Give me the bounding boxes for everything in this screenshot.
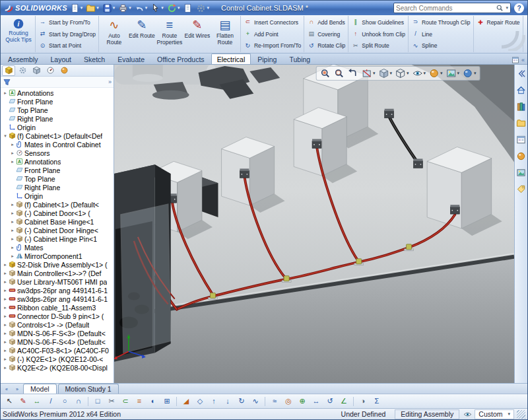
zoom-to-area-button[interactable] xyxy=(333,67,346,79)
line-tool[interactable]: / xyxy=(45,396,57,407)
reimport-fromto-button[interactable]: ↻Re-Import From/To xyxy=(242,40,302,52)
rebuild-button[interactable]: ▾ xyxy=(166,2,182,14)
expand-arrow-icon[interactable]: ▸ xyxy=(9,159,16,164)
spline-button[interactable]: ∿Spline xyxy=(410,40,472,52)
expand-arrow-icon[interactable]: ▸ xyxy=(2,357,9,362)
tree-item[interactable]: Top Plane xyxy=(1,174,114,183)
custom-properties-tab[interactable] xyxy=(515,183,527,195)
tree-item[interactable]: ▸(-) Cabinet Door<1> ( xyxy=(1,209,114,217)
edit-appearance-button[interactable]: ▾ xyxy=(428,67,444,79)
tab-tubing[interactable]: Tubing xyxy=(283,53,316,64)
tree-item[interactable]: Origin xyxy=(1,123,114,131)
mirror-entities-tool[interactable]: ◐ xyxy=(147,396,159,407)
expand-arrow-icon[interactable]: ▸ xyxy=(9,236,16,242)
file-explorer-tab[interactable] xyxy=(515,117,527,129)
tab-electrical[interactable]: Electrical xyxy=(211,53,251,64)
shell-tool[interactable]: ◎ xyxy=(282,396,294,407)
tree-item[interactable]: ▸Connector D-Sub 9 pin<1> ( xyxy=(1,312,114,320)
unhook-from-clip-button[interactable]: ↑Unhook from Clip xyxy=(350,28,407,40)
tab-scroll-left[interactable]: « xyxy=(2,385,11,394)
start-by-fromto-button[interactable]: →Start by From/To xyxy=(37,17,97,28)
expand-arrow-icon[interactable]: ▸ xyxy=(9,219,16,225)
help-button[interactable]: ? xyxy=(514,3,524,13)
tree-item[interactable]: ▸MirrorComponent1 xyxy=(1,252,114,260)
start-at-point-button[interactable]: ⊙Start at Point xyxy=(37,40,97,52)
split-route-button[interactable]: ✂Split Route xyxy=(350,40,407,52)
configurationmanager-tab[interactable] xyxy=(30,65,43,76)
tree-item[interactable]: ▸User Library-MT506T HMI pa xyxy=(1,277,114,286)
appearances-tab[interactable] xyxy=(515,150,527,162)
print-button[interactable]: ▾ xyxy=(117,2,133,14)
tree-item[interactable]: ▸sw3dps-26pr ang 449141-6-1 xyxy=(1,295,114,303)
cable-connector[interactable] xyxy=(312,139,321,149)
revolve-tool[interactable]: ↻ xyxy=(236,396,248,407)
apply-scene-button[interactable]: ▾ xyxy=(445,67,461,79)
edit-route-button[interactable]: ✎Edit Route xyxy=(128,17,156,52)
tree-item[interactable]: ▸Sensors xyxy=(1,149,114,157)
expand-arrow-icon[interactable]: ▸ xyxy=(9,202,16,207)
view-settings-button[interactable]: ▾ xyxy=(461,67,478,79)
rotate-component-tool[interactable]: ↺ xyxy=(324,396,336,407)
tab-layout[interactable]: Layout xyxy=(45,53,78,64)
view-orientation-button[interactable]: ▾ xyxy=(377,67,393,79)
custom-dropdown[interactable]: Custom ▾ xyxy=(475,409,514,419)
move-component-tool[interactable]: ↔ xyxy=(310,396,322,407)
edit-wires-button[interactable]: ✎Edit Wires xyxy=(183,17,211,52)
tree-item[interactable]: ▸MDN-S-06-F-S<3> (Default< xyxy=(1,329,114,337)
expand-arrow-icon[interactable]: ▸ xyxy=(9,228,16,233)
new-document-button[interactable]: ▾ xyxy=(69,2,84,14)
expand-arrow-icon[interactable]: ▸ xyxy=(9,245,16,250)
cable-connector[interactable] xyxy=(450,205,459,214)
tree-item[interactable]: Front Plane xyxy=(1,97,114,106)
trim-entities-tool[interactable]: ✂ xyxy=(106,396,117,407)
model-tab-model[interactable]: Model xyxy=(23,384,57,394)
sweep-tool[interactable]: ∿ xyxy=(249,396,261,407)
tree-item[interactable]: Origin xyxy=(1,192,114,200)
tree-item[interactable]: ▸(-) Cabinet Hinge Pin<1 xyxy=(1,234,114,243)
smart-dimension-tool[interactable]: ↔ xyxy=(31,396,43,407)
featuremanager-tab[interactable] xyxy=(2,65,15,76)
tree-item[interactable]: ▸Mates in Control Cabinet xyxy=(1,140,114,149)
file-properties-button[interactable] xyxy=(182,2,194,14)
expand-arrow-icon[interactable]: ▸ xyxy=(9,211,16,216)
chevron-down-icon[interactable]: ▾ xyxy=(506,5,508,11)
resize-grip[interactable] xyxy=(517,410,525,419)
loft-tool[interactable]: ≈ xyxy=(269,396,280,407)
tab-piping[interactable]: Piping xyxy=(251,53,282,64)
tree-item[interactable]: ▸(f) Cabinet<1> (Default< xyxy=(1,200,114,209)
graphics-area[interactable]: ▾▾▾▾▾▾▾ xyxy=(114,65,514,383)
measure-tool[interactable]: ∠ xyxy=(338,396,350,407)
tree-item[interactable]: ▸AAnnotations xyxy=(1,157,114,166)
expand-arrow-icon[interactable]: ▸ xyxy=(2,331,9,336)
filter-icon[interactable] xyxy=(3,78,11,87)
display-pane-toggle[interactable] xyxy=(512,56,519,64)
select-button[interactable]: ▾ xyxy=(149,2,165,14)
offset-entities-tool[interactable]: ≡ xyxy=(133,396,145,407)
sketch-tool[interactable]: ✎ xyxy=(17,396,29,407)
search-commands-box[interactable]: Search Commands ▾ xyxy=(393,3,511,13)
tree-item[interactable]: ▸Cabinet Base Hinge<1 xyxy=(1,217,114,226)
cable-connector[interactable] xyxy=(414,158,423,168)
dimxpertmanager-tab[interactable] xyxy=(44,65,57,76)
displaymanager-tab[interactable] xyxy=(57,65,71,76)
line-button[interactable]: /Line xyxy=(410,28,472,40)
tab-sketch[interactable]: Sketch xyxy=(78,53,111,64)
route-through-clip-button[interactable]: ⊃Route Through Clip xyxy=(410,17,472,28)
collapse-ribbon-icon[interactable]: « xyxy=(521,57,525,63)
expand-arrow-icon[interactable]: ▸ xyxy=(2,339,9,345)
tree-item[interactable]: ▸(-) KQ2E<1> (KQ2E12-00-< xyxy=(1,355,114,363)
show-guidelines-button[interactable]: ∥Show Guidelines xyxy=(350,17,407,28)
expand-arrow-icon[interactable]: ▸ xyxy=(2,348,9,353)
tree-item[interactable]: ▸(-) Cabinet Door Hinge< xyxy=(1,226,114,234)
view-palette-tab[interactable] xyxy=(515,133,527,145)
tree-item[interactable]: ▸Ribbon cable_11-Assem3 xyxy=(1,303,114,312)
expand-arrow-icon[interactable]: ▸ xyxy=(2,297,9,302)
tree-item[interactable]: ▸S2-Disk Drive Assembly<1> ( xyxy=(1,260,114,269)
save-button[interactable]: ▾ xyxy=(101,2,117,14)
expand-arrow-icon[interactable]: ▾ xyxy=(2,133,9,139)
expand-arrow-icon[interactable]: ▸ xyxy=(2,279,9,285)
extruded-boss-tool[interactable]: ↑ xyxy=(208,396,220,407)
flatten-route-button[interactable]: ▤Flatten Route xyxy=(211,17,239,52)
start-by-dragdrop-button[interactable]: ⇄Start by Drag/Drop xyxy=(37,28,97,40)
expand-arrow-icon[interactable]: ▸ xyxy=(2,288,9,293)
